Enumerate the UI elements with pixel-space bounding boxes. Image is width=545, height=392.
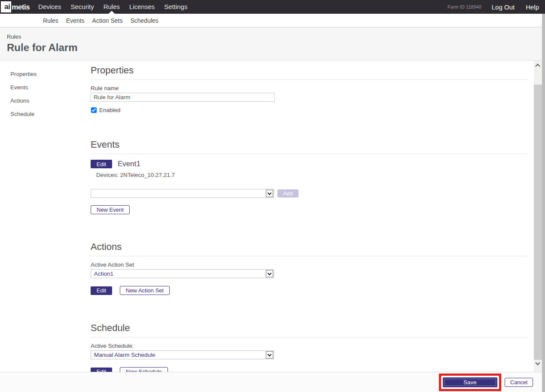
rule-form-content: Properties Rule name Enabled Events Edit… <box>91 61 527 372</box>
save-highlight-annotation: Save <box>439 374 501 391</box>
section-divider <box>91 256 527 256</box>
events-section: Events Edit Event1 Devices: 2NTeleco_10.… <box>91 139 527 214</box>
action-set-select[interactable]: Action1 <box>91 269 274 278</box>
chevron-down-icon <box>268 191 272 195</box>
event-add-row: Add <box>91 189 527 198</box>
actions-heading: Actions <box>91 241 527 253</box>
events-heading: Events <box>91 139 527 151</box>
app-window: ai metis Devices Security Rules Licenses… <box>0 0 545 392</box>
edit-event-button[interactable]: Edit <box>91 160 112 168</box>
new-action-set-button[interactable]: New Action Set <box>120 286 170 295</box>
rule-name-input[interactable] <box>91 93 275 102</box>
active-action-set-label: Active Action Set <box>91 261 527 268</box>
select-arrow-box[interactable] <box>266 351 273 359</box>
select-arrow-box[interactable] <box>266 190 273 197</box>
top-nav-items: Devices Security Rules Licenses Settings <box>33 0 192 14</box>
nav-item-settings[interactable]: Settings <box>159 0 192 14</box>
schedule-select[interactable]: Manual Alarm Schedule <box>91 350 274 359</box>
new-event-button[interactable]: New Event <box>91 205 130 214</box>
chevron-down-icon <box>268 352 272 356</box>
add-event-button[interactable]: Add <box>277 189 298 198</box>
subnav-item-action-sets[interactable]: Action Sets <box>92 17 123 24</box>
sidebar-item-schedule[interactable]: Schedule <box>10 111 91 117</box>
subnav-item-schedules[interactable]: Schedules <box>130 17 158 24</box>
schedule-section: Schedule Active Schedule: Manual Alarm S… <box>91 322 527 372</box>
page-header: Rules Rule for Alarm <box>0 27 542 61</box>
sidebar-item-properties[interactable]: Properties <box>10 71 91 77</box>
sidebar-item-actions[interactable]: Actions <box>10 97 91 103</box>
active-tab-caret-icon <box>109 11 115 14</box>
schedule-select-row: Manual Alarm Schedule <box>91 350 527 359</box>
top-nav-bar: ai metis Devices Security Rules Licenses… <box>0 0 545 14</box>
logout-link[interactable]: Log Out <box>492 3 515 11</box>
help-link[interactable]: Help <box>526 3 539 11</box>
schedule-select-value: Manual Alarm Schedule <box>94 352 155 358</box>
action-set-row: Action1 <box>91 269 527 278</box>
schedule-buttons-row: Edit New Schedule <box>91 367 527 372</box>
save-button[interactable]: Save <box>443 377 497 387</box>
active-schedule-label: Active Schedule: <box>91 343 527 349</box>
main-area: Properties Events Actions Schedule Prope… <box>0 61 542 372</box>
edit-action-set-button[interactable]: Edit <box>91 286 112 295</box>
event-name: Event1 <box>118 160 140 168</box>
breadcrumb[interactable]: Rules <box>7 33 542 40</box>
top-nav-right: Farm ID 118940 Log Out Help <box>448 3 545 11</box>
action-set-select-value: Action1 <box>94 270 113 277</box>
logo-metis-text: metis <box>12 3 30 11</box>
scrollbar-thumb[interactable] <box>534 85 542 360</box>
select-arrow-box[interactable] <box>266 270 273 277</box>
logo-ai-block: ai <box>1 1 11 12</box>
cancel-button[interactable]: Cancel <box>505 378 533 387</box>
section-divider <box>91 154 527 154</box>
properties-section: Properties Rule name Enabled <box>91 64 527 113</box>
sidebar-item-events[interactable]: Events <box>10 84 91 90</box>
scrollbar-down-arrow-icon[interactable] <box>535 360 540 365</box>
schedule-heading: Schedule <box>91 322 527 334</box>
subnav-item-events[interactable]: Events <box>66 17 85 24</box>
enabled-label: Enabled <box>99 107 121 113</box>
enabled-row: Enabled <box>91 107 527 113</box>
sub-nav-bar: Rules Events Action Sets Schedules <box>0 14 542 27</box>
scrollbar-up-arrow-icon[interactable] <box>535 64 540 68</box>
actions-section: Actions Active Action Set Action1 Edit N… <box>91 241 527 295</box>
section-divider <box>91 337 527 337</box>
rule-name-label: Rule name <box>91 85 527 91</box>
event-devices-line: Devices: 2NTeleco_10.27.21.7 <box>91 172 527 178</box>
content-scrollbar[interactable] <box>534 61 542 372</box>
aimetis-logo[interactable]: ai metis <box>1 1 30 12</box>
edit-schedule-button[interactable]: Edit <box>91 368 112 372</box>
enabled-checkbox[interactable] <box>91 107 97 113</box>
section-divider <box>91 79 527 80</box>
page-title: Rule for Alarm <box>7 42 542 54</box>
actions-buttons-row: Edit New Action Set <box>91 286 527 295</box>
event-select[interactable] <box>91 189 274 198</box>
section-sidebar: Properties Events Actions Schedule <box>0 61 91 124</box>
window-edge-strip <box>542 14 545 392</box>
chevron-down-icon <box>268 271 272 275</box>
nav-item-rules[interactable]: Rules <box>99 0 125 14</box>
nav-item-rules-label: Rules <box>104 3 120 10</box>
footer-bar: Save Cancel <box>0 372 545 392</box>
event-item-row: Edit Event1 <box>91 160 527 168</box>
new-schedule-button[interactable]: New Schedule <box>120 367 168 372</box>
nav-item-security[interactable]: Security <box>66 0 98 14</box>
subnav-item-rules[interactable]: Rules <box>43 17 58 24</box>
farm-id-label: Farm ID 118940 <box>448 4 481 9</box>
nav-item-licenses[interactable]: Licenses <box>125 0 159 14</box>
nav-item-devices[interactable]: Devices <box>33 0 66 14</box>
properties-heading: Properties <box>91 64 527 76</box>
